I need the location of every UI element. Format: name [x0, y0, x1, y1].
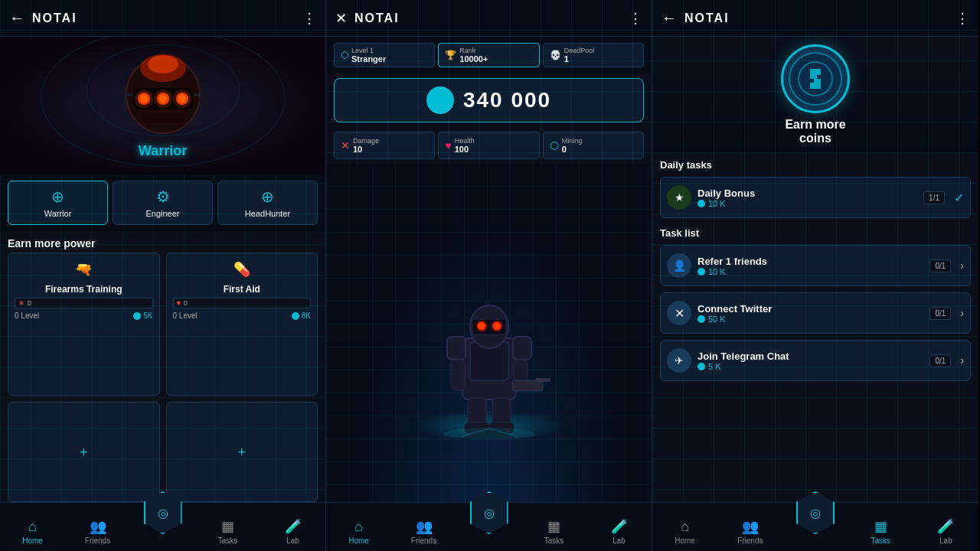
coins-amount: 340 000 — [463, 88, 551, 112]
lab-label-3: Lab — [939, 536, 952, 545]
task-telegram[interactable]: ✈ Join Telegram Chat 5 K 0/1 › — [660, 340, 971, 381]
nav-friends-2[interactable]: 👥 Friends — [391, 518, 456, 548]
coin-logo — [426, 86, 454, 114]
menu-button-2[interactable]: ⋮ — [629, 10, 642, 27]
nav-tasks-1[interactable]: ▦ Tasks — [195, 518, 260, 548]
deadpool-value: 1 — [564, 54, 595, 64]
firstaid-cost: 8K — [292, 311, 311, 320]
hex-icon-1: ◎ — [158, 506, 168, 520]
panel-main: ✕ NOTAI ⋮ ⬡ Level 1 Stranger 🏆 Rank 1000… — [326, 0, 652, 551]
nav-home-3[interactable]: ⌂ Home — [652, 519, 717, 548]
firstaid-coin-icon — [292, 312, 299, 320]
twitter-icon: ✕ — [667, 301, 691, 325]
engineer-icon: ⚙ — [156, 187, 170, 206]
nav-friends-3[interactable]: 👥 Friends — [717, 518, 782, 548]
task-daily-bonus[interactable]: ★ Daily Bonus 10 K 1/1 ✓ — [660, 177, 971, 218]
task-connect-twitter[interactable]: ✕ Connect Twitter 50 K 0/1 › — [660, 292, 971, 334]
attr-health: ♥ Health 100 — [438, 132, 539, 159]
bottom-nav-3: ⌂ Home 👥 Friends ◎ ▦ Tasks 🧪 Lab — [652, 502, 978, 551]
bottom-nav-2: ⌂ Home 👥 Friends ◎ ▦ Tasks 🧪 Lab — [326, 502, 652, 551]
refer-name: Refer 1 friends — [697, 256, 923, 267]
rank-value: 10000+ — [459, 54, 488, 64]
tasks-icon-1: ▦ — [221, 518, 234, 535]
back-button-1[interactable]: ← — [9, 9, 24, 27]
class-engineer[interactable]: ⚙ Engineer — [113, 181, 213, 225]
big-coin — [781, 44, 850, 113]
home-icon-1: ⌂ — [28, 519, 37, 535]
class-headhunter[interactable]: ⊕ HeadHunter — [217, 181, 318, 225]
menu-button-1[interactable]: ⋮ — [302, 10, 316, 27]
firearms-name: Firearms Training — [15, 284, 153, 295]
nav-lab-1[interactable]: 🧪 Lab — [260, 518, 325, 548]
class-warrior[interactable]: ⊕ Warrior — [8, 181, 108, 225]
firearms-bar-icon: ✕ — [18, 299, 24, 307]
nav-center-3[interactable]: ◎ — [782, 502, 848, 548]
telegram-arrow-icon: › — [960, 354, 964, 367]
nav-home-1[interactable]: ⌂ Home — [0, 519, 65, 548]
hex-icon-3: ◎ — [810, 506, 821, 520]
firearms-level: 0 Level — [15, 311, 39, 320]
firstaid-footer: 0 Level 8K — [173, 311, 312, 320]
tasks-icon-3: ▦ — [874, 518, 887, 535]
level-label: Level 1 — [351, 47, 386, 54]
svg-point-26 — [490, 319, 504, 333]
svg-point-12 — [173, 90, 191, 108]
mining-label: Mining — [562, 137, 583, 145]
home-label-2: Home — [348, 536, 369, 545]
friends-icon-3: 👥 — [742, 518, 759, 535]
back-button-3[interactable]: ← — [662, 9, 677, 27]
skills-grid: 🔫 Firearms Training ✕ 0 0 Level 5K 💊 Fir… — [0, 253, 325, 502]
refer-progress: 0/1 — [929, 259, 951, 272]
tasks-label-3: Tasks — [871, 536, 890, 545]
telegram-info: Join Telegram Chat 5 K — [697, 350, 923, 371]
health-icon: ♥ — [445, 139, 451, 152]
nav-center-2[interactable]: ◎ — [456, 502, 521, 548]
panel-character: ← NOTAI ⋮ — [0, 0, 326, 551]
nav-home-2[interactable]: ⌂ Home — [326, 519, 391, 548]
daily-bonus-icon: ★ — [667, 185, 691, 210]
firstaid-icon: 💊 — [234, 261, 250, 278]
friends-icon-1: 👥 — [90, 518, 106, 535]
refer-coin-icon — [697, 268, 705, 276]
skill-empty-1[interactable]: + — [8, 402, 160, 502]
lab-icon-2: 🧪 — [611, 518, 628, 535]
header-3: ← NOTAI ⋮ — [652, 0, 978, 37]
twitter-arrow-icon: › — [960, 307, 964, 319]
skill-firearms[interactable]: 🔫 Firearms Training ✕ 0 0 Level 5K — [8, 253, 160, 396]
deadpool-icon: 💀 — [550, 50, 561, 60]
friends-label-3: Friends — [737, 536, 763, 545]
home-label-3: Home — [675, 536, 695, 545]
rank-label: Rank — [459, 47, 488, 54]
refer-icon: 👤 — [667, 253, 691, 278]
nav-tasks-2[interactable]: ▦ Tasks — [521, 518, 586, 548]
character-hero: Warrior — [0, 37, 325, 174]
warrior-label: Warrior — [44, 209, 72, 218]
nav-friends-1[interactable]: 👥 Friends — [65, 518, 130, 548]
firearms-footer: 0 Level 5K — [15, 311, 153, 320]
close-button-2[interactable]: ✕ — [335, 10, 347, 27]
nav-center-1[interactable]: ◎ — [130, 502, 195, 548]
nav-tasks-3[interactable]: ▦ Tasks — [848, 518, 913, 548]
friends-icon-2: 👥 — [416, 518, 433, 535]
home-label-1: Home — [22, 536, 43, 545]
home-icon-2: ⌂ — [354, 519, 363, 535]
svg-rect-29 — [451, 360, 465, 390]
skill-empty-2[interactable]: + — [166, 402, 318, 502]
task-refer-friends[interactable]: 👤 Refer 1 friends 10 K 0/1 › — [660, 245, 971, 286]
firstaid-bar-icon: ♥ — [177, 299, 181, 307]
health-label: Health — [455, 137, 475, 145]
app-title-3: NOTAI — [684, 11, 956, 25]
damage-label: Damage — [353, 137, 379, 145]
nav-lab-3[interactable]: 🧪 Lab — [913, 518, 978, 548]
daily-bonus-name: Daily Bonus — [697, 187, 917, 199]
daily-tasks-title: Daily tasks — [652, 153, 978, 174]
daily-bonus-reward: 10 K — [697, 199, 917, 208]
firstaid-level: 0 Level — [173, 311, 198, 320]
hex-icon-2: ◎ — [484, 506, 495, 520]
menu-button-3[interactable]: ⋮ — [956, 10, 969, 27]
svg-rect-28 — [513, 337, 531, 360]
nav-lab-2[interactable]: 🧪 Lab — [586, 518, 652, 548]
char-figure — [428, 269, 550, 441]
warrior-avatar: Warrior — [117, 53, 209, 159]
skill-firstaid[interactable]: 💊 First Aid ♥ 0 0 Level 8K — [166, 253, 318, 396]
